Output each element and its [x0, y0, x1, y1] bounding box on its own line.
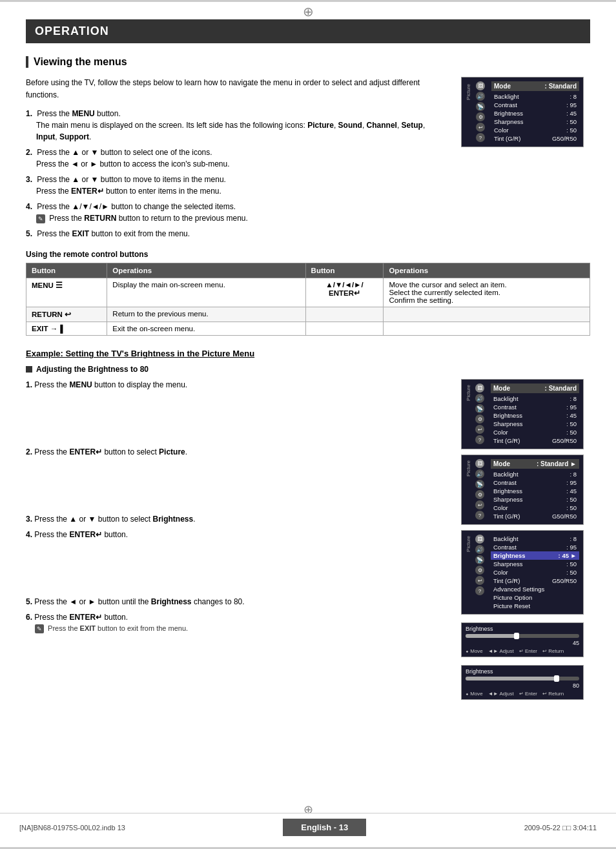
step-indent: ✎ Press the RETURN button to return to t… — [26, 212, 448, 224]
slider-label-45: Brightness — [466, 626, 579, 632]
table-header-btn2: Button — [305, 263, 384, 278]
menu-title-3: Mode — [493, 460, 510, 467]
menu-icon-a3: 📡 — [475, 404, 484, 413]
btn-cell: MENU ☰ — [26, 278, 107, 307]
step-num: 4. — [26, 202, 32, 211]
table-header-ops1: Operations — [107, 263, 305, 278]
menu-row: Backlight: 8 — [491, 535, 579, 543]
menu-icon-b3: 📡 — [475, 480, 484, 489]
menu-icon-5: ↩ — [476, 123, 485, 132]
menu-row: Color: 50 — [491, 428, 579, 436]
menu-row: Contrast: 95 — [491, 478, 579, 487]
slider-controls-80: ⬥ Move ◄► Adjust ↵ Enter ↩ Return — [466, 691, 579, 697]
brightness-slider-45: Brightness 45 ⬥ Move ◄► Adjust ↵ Enter ↩… — [461, 622, 584, 657]
table-row: MENU ☰ Display the main on-screen menu. … — [26, 278, 590, 307]
menu-content-3: Mode : Standard ► Backlight: 8 Contrast:… — [491, 459, 579, 520]
menu-icon-b4: ⚙ — [475, 490, 484, 499]
menu-icon-a2: 🔊 — [475, 394, 484, 403]
step-item: 1. Press the MENU button to display the … — [26, 379, 448, 391]
menu-icon-b2: 🔊 — [475, 469, 484, 478]
step-num: 2. — [26, 447, 32, 456]
table-header-btn1: Button — [26, 263, 107, 278]
slider-thumb-80 — [554, 675, 559, 682]
slider-fill-80 — [466, 677, 557, 680]
menu-content: Mode : Standard Backlight: 8 Contrast: 9… — [491, 81, 579, 143]
slider-track-45 — [466, 634, 579, 638]
menu-row: Sharpness: 50 — [491, 118, 579, 126]
menu-row: Color: 50 — [491, 568, 579, 577]
page-footer: [NA]BN68-01975S-00L02.indb 13 English - … — [0, 813, 616, 836]
enter-label: ↵ Enter — [519, 648, 537, 654]
menu-title-row-3: Mode : Standard ► — [491, 459, 579, 469]
menu-title-val-3: : Standard ► — [537, 460, 577, 467]
icon-col-2: 🖼 🔊 📡 ⚙ ↩ ? — [475, 384, 488, 445]
example-title: Example: Setting the TV's Brightness in … — [26, 349, 590, 358]
list-item: 5. Press the EXIT button to exit from th… — [26, 228, 448, 240]
btn-cell: ▲/▼/◄/►/ENTER↵ — [305, 278, 384, 307]
slider-fill-45 — [466, 634, 517, 638]
menu-title-2: Mode — [493, 385, 510, 392]
list-item: 3. Press the ▲ or ▼ button to move to it… — [26, 174, 448, 197]
picture-side-label: Picture — [466, 84, 471, 100]
menu-icon-c3: 📡 — [475, 555, 484, 564]
ops-cell — [384, 322, 590, 336]
step-num: 6. — [26, 613, 32, 622]
menu-row: Picture Reset — [491, 602, 579, 610]
menu-icon-4: ⚙ — [476, 112, 485, 121]
slider-track-80 — [466, 677, 579, 680]
icon-col-4: 🖼 🔊 📡 ⚙ ↩ ? — [475, 535, 488, 610]
step-num: 4. — [26, 530, 32, 539]
note-icon: ✎ — [36, 214, 45, 223]
menu-icon-c6: ? — [475, 586, 484, 595]
enter-label-2: ↵ Enter — [519, 691, 537, 697]
menu-title-row-2: Mode : Standard — [491, 384, 579, 393]
menu-icon-2: 🔊 — [476, 92, 485, 101]
menu-title-val: : Standard — [545, 83, 577, 90]
slider-label-80: Brightness — [466, 668, 579, 675]
registration-mark-top: ⊕ — [303, 4, 314, 19]
move-label-2: ⬥ Move — [466, 691, 483, 697]
menu-row: Tint (G/R)G50/R50 — [491, 134, 579, 143]
menu-row: Sharpness: 50 — [491, 560, 579, 568]
picture-label-2: Picture — [466, 385, 471, 401]
spacer-2 — [26, 462, 448, 513]
btn-cell — [305, 322, 384, 336]
top-border — [0, 0, 616, 2]
footer-right: 2009-05-22 □□ 3:04:11 — [524, 824, 597, 832]
return-label-2: ↩ Return — [542, 691, 564, 697]
screenshot-1: Picture 🖼 🔊 📡 ⚙ ↩ ? Mode : Standard — [461, 77, 590, 243]
slider-value-45: 45 — [466, 640, 579, 646]
example-row-1: 1. Press the MENU button to display the … — [26, 379, 590, 700]
menu-icon-c2: 🔊 — [475, 545, 484, 554]
menu-icon-a1: 🖼 — [475, 384, 484, 393]
remote-label: Using the remote control buttons — [26, 250, 590, 259]
menu-row: Brightness: 45 — [491, 487, 579, 495]
icon-col-3: 🖼 🔊 📡 ⚙ ↩ ? — [475, 459, 488, 520]
menu-title-row: Mode : Standard — [491, 81, 579, 91]
adjust-label: ◄► Adjust — [488, 648, 514, 654]
menu-row: Color: 50 — [491, 504, 579, 512]
move-label: ⬥ Move — [466, 648, 483, 654]
menu-title-val-2: : Standard — [545, 385, 577, 392]
step-indent: The main menu is displayed on the screen… — [26, 119, 448, 143]
tv-menu-1: Picture 🖼 🔊 📡 ⚙ ↩ ? Mode : Standard — [461, 77, 584, 147]
menu-row: Backlight: 8 — [491, 92, 579, 101]
menu-icon-b1: 🖼 — [475, 459, 484, 468]
menu-icon-3: 📡 — [476, 102, 485, 111]
btn-cell: EXIT →▐ — [26, 322, 107, 336]
step-item: 5. Press the ◄ or ► button until the Bri… — [26, 596, 448, 608]
icon-col: 🖼 🔊 📡 ⚙ ↩ ? — [476, 81, 489, 143]
sub-section-title: Adjusting the Brightness to 80 — [26, 365, 590, 374]
table-row: EXIT →▐ Exit the on-screen menu. — [26, 322, 590, 336]
ops-cell — [384, 307, 590, 322]
menu-icon-1: 🖼 — [476, 81, 485, 90]
slider-thumb-45 — [514, 633, 519, 639]
note-icon-2: ✎ — [35, 624, 44, 633]
menu-row: Tint (G/R)G50/R50 — [491, 512, 579, 520]
menu-icon-b6: ? — [475, 511, 484, 520]
menu-row: Sharpness: 50 — [491, 495, 579, 504]
section-title: Viewing the menus — [26, 56, 590, 68]
table-row: RETURN ↩ Return to the previous menu. — [26, 307, 590, 322]
menu-bold: MENU — [72, 109, 94, 118]
example-steps: 1. Press the MENU button to display the … — [26, 379, 448, 700]
